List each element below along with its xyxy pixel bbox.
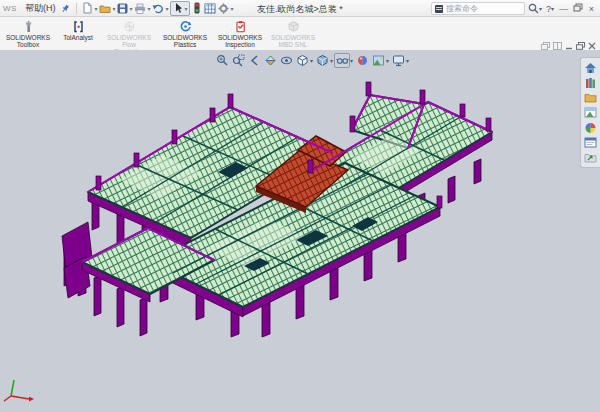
heads-up-toolbar: ▾ ▾ ▾ ▾ ▾ bbox=[214, 53, 410, 68]
select-tool-button[interactable]: ▾ bbox=[170, 1, 190, 16]
task-pane-tab-strip bbox=[580, 57, 600, 168]
search-button[interactable]: ▾ bbox=[528, 3, 543, 14]
evaluate-table-button[interactable] bbox=[204, 1, 216, 15]
flow-simulation-icon bbox=[123, 20, 136, 33]
model-canvas[interactable] bbox=[0, 50, 600, 412]
magnifier-icon bbox=[528, 3, 539, 14]
tolanalyst-icon bbox=[72, 20, 85, 33]
menu-help[interactable]: 帮助(H) bbox=[25, 2, 56, 15]
addin-inspection[interactable]: SOLIDWORKSInspection bbox=[212, 19, 268, 48]
graphics-viewport[interactable]: ▾ ▾ ▾ ▾ ▾ bbox=[0, 50, 600, 412]
display-style-icon[interactable] bbox=[314, 53, 330, 68]
zoom-to-fit-icon[interactable] bbox=[214, 53, 230, 68]
table-grid-icon bbox=[204, 3, 216, 14]
document-title: 友佳.欧尚名城>总装 * bbox=[257, 3, 343, 16]
design-library-icon[interactable] bbox=[583, 76, 598, 89]
undo-icon bbox=[152, 3, 164, 14]
restore-button[interactable] bbox=[572, 3, 583, 15]
doc-close-icon[interactable] bbox=[588, 42, 596, 50]
origin-triad bbox=[4, 380, 34, 402]
tile-windows-icon[interactable] bbox=[553, 42, 562, 50]
zoom-to-area-icon[interactable] bbox=[230, 53, 246, 68]
appearances-scenes-icon[interactable] bbox=[583, 121, 598, 134]
open-button[interactable]: ▾ bbox=[99, 1, 115, 15]
help-button[interactable]: ? ▾ bbox=[546, 4, 555, 14]
addin-solidworks-toolbox[interactable]: SOLIDWORKSToolbox bbox=[0, 19, 56, 48]
doc-restore-icon[interactable] bbox=[576, 42, 585, 50]
dynamic-annotation-icon[interactable] bbox=[278, 53, 294, 68]
addin-plastics[interactable]: SOLIDWORKSPlastics bbox=[158, 19, 212, 48]
minimize-button[interactable]: — bbox=[558, 3, 569, 15]
file-shortcuts-icon[interactable] bbox=[583, 151, 598, 164]
inspection-icon bbox=[234, 20, 247, 33]
addin-mbd-snl: SOLIDWORKSMBD SNL bbox=[268, 19, 318, 48]
custom-properties-icon[interactable] bbox=[583, 136, 598, 149]
view-palette-icon[interactable] bbox=[583, 106, 598, 119]
new-button[interactable]: ▾ bbox=[82, 1, 97, 15]
search-scope-icon bbox=[435, 5, 443, 13]
search-input[interactable]: 搜索命令 bbox=[431, 2, 525, 15]
new-document-icon bbox=[82, 2, 93, 14]
save-button[interactable]: ▾ bbox=[117, 1, 132, 15]
mbd-icon bbox=[287, 20, 300, 33]
select-cursor-icon bbox=[173, 2, 183, 14]
section-view-icon[interactable] bbox=[262, 53, 278, 68]
hide-show-items-icon[interactable] bbox=[334, 53, 350, 68]
options-button[interactable]: ▾ bbox=[218, 1, 233, 15]
addin-tolanalyst[interactable]: TolAnalyst bbox=[56, 19, 100, 41]
gear-icon bbox=[218, 3, 229, 14]
document-window-controls bbox=[541, 41, 596, 50]
toolbox-icon bbox=[22, 20, 35, 33]
apply-scene-icon[interactable] bbox=[370, 53, 386, 68]
save-icon bbox=[117, 3, 128, 14]
previous-view-icon[interactable] bbox=[246, 53, 262, 68]
cascade-windows-icon[interactable] bbox=[541, 42, 550, 50]
plastics-icon bbox=[179, 20, 192, 33]
undo-button[interactable]: ▾ bbox=[152, 1, 168, 15]
solidworks-resources-icon[interactable] bbox=[583, 61, 598, 74]
doc-minimize-icon[interactable] bbox=[565, 42, 573, 50]
search-placeholder: 搜索命令 bbox=[446, 3, 478, 14]
view-orientation-icon[interactable] bbox=[294, 53, 310, 68]
view-settings-icon[interactable] bbox=[390, 53, 406, 68]
rebuild-button[interactable] bbox=[192, 1, 202, 15]
solidworks-window: { "glyphs": { "dropdown": "▾" }, "window… bbox=[0, 0, 600, 412]
command-manager-ribbon: SOLIDWORKSToolbox TolAnalyst SOLIDWORKSF… bbox=[0, 17, 600, 52]
open-folder-icon bbox=[99, 3, 111, 14]
title-bar: WS 帮助(H) ▾ ▾ ▾ ▾ ▾ ▾ ▾ 友佳.欧尚名城>总装 * 搜索命令 bbox=[0, 0, 600, 17]
toolbar-separator bbox=[76, 3, 77, 14]
pin-menu-icon[interactable] bbox=[61, 4, 70, 13]
print-icon bbox=[134, 3, 146, 14]
restore-icon bbox=[573, 3, 583, 12]
print-button[interactable]: ▾ bbox=[134, 1, 150, 15]
traffic-light-icon bbox=[192, 2, 202, 14]
close-button[interactable]: × bbox=[586, 3, 597, 15]
app-logo-fragment: WS bbox=[3, 4, 17, 13]
edit-appearance-icon[interactable] bbox=[354, 53, 370, 68]
file-explorer-icon[interactable] bbox=[583, 91, 598, 104]
